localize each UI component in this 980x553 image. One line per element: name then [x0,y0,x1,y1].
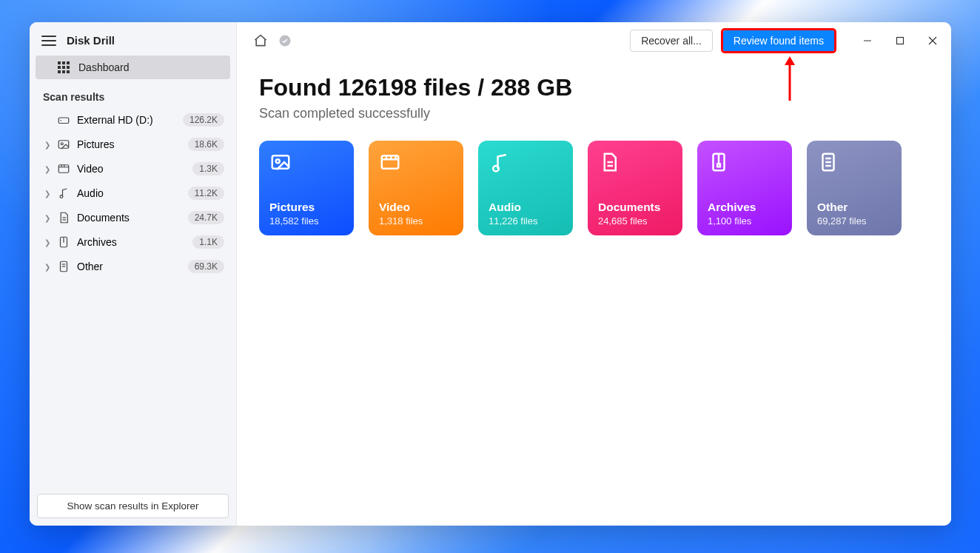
image-icon [269,151,343,181]
sidebar-item-label: Documents [73,212,188,224]
sidebar-item-count: 1.3K [192,162,224,175]
card-title: Pictures [269,201,343,214]
svg-rect-0 [58,118,69,124]
svg-marker-39 [785,56,795,65]
sidebar-item-label: External HD (D:) [73,114,183,126]
sidebar-item-count: 18.6K [188,138,224,151]
card-subtitle: 18,582 files [269,215,343,227]
card-title: Documents [598,201,672,214]
scan-results-section-label: Scan results [30,81,236,107]
category-icon [55,211,73,224]
sidebar-item-count: 1.1K [192,235,224,249]
card-subtitle: 1,318 files [379,215,453,227]
close-button[interactable] [926,34,939,47]
chevron-right-icon: ❯ [44,238,55,247]
category-icon [55,162,73,175]
sidebar-item-label: Archives [73,236,192,248]
nav-dashboard-label: Dashboard [78,61,130,73]
maximize-button[interactable] [893,34,907,47]
sidebar-item-other[interactable]: ❯Other69.3K [34,255,232,278]
sidebar-footer: Show scan results in Explorer [30,486,236,526]
card-title: Audio [489,201,563,214]
menu-icon[interactable] [41,36,56,46]
app-window: Disk Drill Dashboard Scan results Extern… [30,22,951,526]
results-subhead: Scan completed successfully [259,106,929,121]
zip-icon [708,151,782,181]
sidebar-item-label: Other [73,261,188,272]
scan-results-list: External HD (D:)126.2K❯Pictures18.6K❯Vid… [30,107,236,279]
card-subtitle: 1,100 files [708,215,782,227]
chevron-right-icon: ❯ [44,214,55,222]
home-icon[interactable] [253,33,268,48]
sidebar: Disk Drill Dashboard Scan results Extern… [30,22,237,526]
window-controls [861,34,939,47]
svg-point-3 [61,143,63,145]
card-audio[interactable]: Audio11,226 files [478,141,573,235]
file-icon [817,151,891,181]
film-icon [379,151,453,181]
chevron-right-icon: ❯ [44,165,55,173]
content: Found 126198 files / 288 GB Scan complet… [237,55,951,255]
card-subtitle: 24,685 files [598,215,672,227]
sidebar-item-archives[interactable]: ❯Archives1.1K [34,230,232,254]
chevron-right-icon: ❯ [44,190,55,198]
sidebar-header: Disk Drill [30,22,236,54]
sidebar-item-count: 69.3K [188,260,224,273]
card-title: Other [817,201,891,214]
sidebar-item-external-hd-d-[interactable]: External HD (D:)126.2K [34,108,232,132]
sidebar-item-documents[interactable]: ❯Documents24.7K [34,206,232,229]
svg-point-28 [493,166,499,172]
svg-rect-33 [717,164,720,167]
show-in-explorer-button[interactable]: Show scan results in Explorer [37,494,229,518]
card-other[interactable]: Other69,287 files [807,141,902,235]
sidebar-item-audio[interactable]: ❯Audio11.2K [34,181,232,205]
category-icon [55,260,73,273]
recover-all-button[interactable]: Recover all... [630,30,713,52]
svg-rect-4 [58,165,69,173]
sidebar-item-label: Pictures [73,138,188,150]
dashboard-icon [58,61,70,73]
minimize-button[interactable] [861,34,874,47]
sidebar-item-label: Video [73,163,192,175]
review-found-items-button[interactable]: Review found items [723,30,834,51]
doc-icon [598,151,672,181]
card-video[interactable]: Video1,318 files [369,141,463,235]
sidebar-item-pictures[interactable]: ❯Pictures18.6K [34,133,232,156]
svg-point-1 [61,120,62,121]
category-icon [55,187,73,200]
app-title: Disk Drill [67,34,115,47]
sidebar-item-count: 11.2K [188,187,224,200]
check-badge-icon[interactable] [278,34,292,47]
card-pictures[interactable]: Pictures18,582 files [259,141,354,235]
card-title: Video [379,201,453,214]
svg-point-16 [280,36,291,47]
svg-point-8 [60,195,63,198]
category-icon [55,235,73,249]
card-archives[interactable]: Archives1,100 files [697,141,792,235]
annotation-arrow [779,55,801,105]
main-area: Recover all... Review found items Found … [237,22,951,526]
toolbar: Recover all... Review found items [237,22,951,55]
category-icon [55,138,73,151]
results-headline: Found 126198 files / 288 GB [259,74,929,101]
card-subtitle: 11,226 files [489,215,563,227]
sidebar-item-count: 126.2K [183,113,224,127]
chevron-right-icon: ❯ [44,141,55,149]
category-icon [55,113,73,127]
category-cards: Pictures18,582 filesVideo1,318 filesAudi… [259,141,929,235]
note-icon [489,151,563,181]
svg-rect-18 [897,38,904,44]
card-subtitle: 69,287 files [817,215,891,227]
card-title: Archives [708,201,782,214]
card-documents[interactable]: Documents24,685 files [588,141,682,235]
sidebar-item-video[interactable]: ❯Video1.3K [34,157,232,181]
nav-dashboard[interactable]: Dashboard [36,56,230,79]
chevron-right-icon: ❯ [44,263,55,271]
sidebar-item-count: 24.7K [188,211,224,224]
svg-point-22 [276,159,280,163]
sidebar-item-label: Audio [73,187,188,199]
